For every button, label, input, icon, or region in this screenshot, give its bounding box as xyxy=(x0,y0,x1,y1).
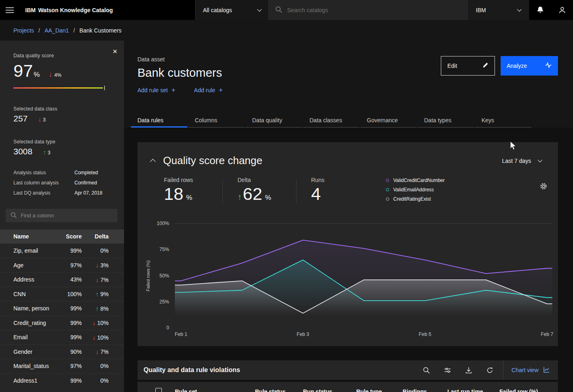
tab-data-types[interactable]: Data types xyxy=(418,114,474,128)
decrease-arrow-icon: ↓ xyxy=(92,334,96,341)
y-axis-label: Failed rows (%) xyxy=(146,260,150,291)
metric-failed-rows: Failed rows 18 % xyxy=(164,177,208,204)
column-row-marital-status[interactable]: Marital_status 97% 0% xyxy=(0,359,124,373)
data-class-delta: 3 xyxy=(43,117,46,123)
column-row-zip-email[interactable]: Zip, email 99% 0% xyxy=(0,243,124,258)
chart-title: Quality score change xyxy=(163,154,262,167)
breadcrumb-projects-link[interactable]: Projects xyxy=(13,27,34,34)
increase-arrow-icon: ↑ xyxy=(43,149,46,156)
breadcrumb-project-link[interactable]: AA_Dan1 xyxy=(44,27,69,34)
download-icon[interactable] xyxy=(458,360,479,380)
app-title-prefix: IBM xyxy=(25,7,36,13)
filter-icon[interactable] xyxy=(437,360,458,380)
tab-data-rules[interactable]: Data rules xyxy=(131,114,187,128)
violations-col-failed-row-[interactable]: Failed row (%) xyxy=(499,388,558,392)
legend-dot-icon xyxy=(386,179,389,182)
menu-icon[interactable] xyxy=(0,0,20,20)
add-rule-link[interactable]: Add rule + xyxy=(194,87,223,94)
search-icon[interactable] xyxy=(416,360,437,380)
decrease-arrow-icon: ↓ xyxy=(92,319,96,326)
y-tick: 25% xyxy=(159,299,169,305)
notifications-bell-icon[interactable] xyxy=(529,0,551,20)
collapse-chevron-icon[interactable] xyxy=(150,159,156,165)
violations-col-rule-type[interactable]: Rule type xyxy=(356,388,403,392)
analysis-details: Analysis status Completed Last column an… xyxy=(13,168,111,198)
activity-icon xyxy=(545,62,552,70)
violations-col-run-status[interactable]: Run status xyxy=(303,388,356,392)
col-header-delta[interactable]: Delta xyxy=(82,233,109,240)
chart-plot-area xyxy=(175,223,552,328)
violations-card: Quality and data rule violations xyxy=(137,360,558,392)
y-tick: 50% xyxy=(159,273,169,279)
tab-data-classes[interactable]: Data classes xyxy=(303,114,359,128)
gear-icon[interactable] xyxy=(540,182,547,191)
tab-columns[interactable]: Columns xyxy=(188,114,245,128)
legend-validcreditcardnumber[interactable]: ValidCreditCardNumber xyxy=(386,178,445,183)
header-search[interactable] xyxy=(269,0,467,20)
column-row-credit-rating[interactable]: Credit_rating 99% ↓10% xyxy=(0,316,124,330)
analyze-button[interactable]: Analyze xyxy=(501,56,558,76)
increase-arrow-icon: ↑ xyxy=(96,290,99,297)
column-row-gender[interactable]: Gender 90% ↓7% xyxy=(0,344,124,359)
reset-icon[interactable] xyxy=(479,360,501,380)
column-row-email[interactable]: Email 99% ↓10% xyxy=(0,330,124,344)
plus-icon: + xyxy=(172,87,175,94)
account-selector[interactable]: IBM xyxy=(467,0,529,20)
catalog-selector[interactable]: All catalogs xyxy=(195,0,269,20)
find-column-input[interactable] xyxy=(21,212,113,219)
legend-dot-icon xyxy=(386,197,389,201)
data-type-label: Selected data type xyxy=(13,139,111,145)
catalog-selector-value: All catalogs xyxy=(203,7,232,13)
column-row-name-person[interactable]: Name, person 99% ↑8% xyxy=(0,301,124,316)
add-rule-set-link[interactable]: Add rule set + xyxy=(137,87,175,94)
legend-validemailaddress[interactable]: ValidEmailAddress xyxy=(386,187,445,193)
tab-governance[interactable]: Governance xyxy=(360,114,417,128)
select-all-checkbox[interactable] xyxy=(155,388,162,392)
search-catalogs-input[interactable] xyxy=(287,7,461,13)
data-class-value: 257 ↓ 3 xyxy=(13,114,111,123)
chevron-down-icon xyxy=(517,7,521,11)
column-row-cnn[interactable]: CNN 100% ↑9% xyxy=(0,287,124,301)
decrease-arrow-icon: ↓ xyxy=(96,262,99,269)
app-header: IBM Watson Knowledge Catalog All catalog… xyxy=(0,0,573,20)
app-title-name: Watson Knowledge Catalog xyxy=(38,7,113,13)
columns-score-table: Name Score Delta Zip, email 99% 0% Age 9… xyxy=(0,230,124,388)
search-icon xyxy=(11,212,17,219)
y-tick: 100% xyxy=(157,221,169,226)
quality-score-value: 97 % ↓ 4% xyxy=(13,61,111,81)
tab-keys[interactable]: Keys xyxy=(475,114,532,128)
edit-button[interactable]: Edit xyxy=(441,56,495,76)
chart-view-toggle[interactable]: Chart view xyxy=(503,360,558,380)
account-selector-value: IBM xyxy=(476,7,486,13)
violations-col-rule-set[interactable]: Rule set xyxy=(175,388,255,392)
decrease-arrow-icon: ↓ xyxy=(38,116,41,123)
x-tick: Feb 7 xyxy=(541,331,553,337)
column-row-address[interactable]: Address 43% ↓7% xyxy=(0,272,124,287)
violations-col-last-run-time[interactable]: Last run time xyxy=(447,388,499,392)
legend-creditratingexist[interactable]: CreditRatingExist xyxy=(386,196,445,202)
chevron-down-icon xyxy=(257,7,261,11)
col-header-score[interactable]: Score xyxy=(57,233,82,240)
divider xyxy=(222,179,223,203)
violations-title: Quality and data rule violations xyxy=(137,366,240,374)
search-icon xyxy=(275,6,282,14)
breadcrumb: Projects / AA_Dan1 / Bank Customers xyxy=(0,20,573,41)
col-header-name[interactable]: Name xyxy=(13,233,57,240)
close-icon[interactable]: ✕ xyxy=(112,48,118,55)
gauge-marker xyxy=(104,86,105,90)
column-row-address1[interactable]: Address1 99% 0% xyxy=(0,373,124,388)
plus-icon: + xyxy=(219,87,222,94)
violations-col-bindings[interactable]: Bindings xyxy=(403,388,447,392)
decrease-arrow-icon: ↓ xyxy=(96,276,99,283)
column-row-age[interactable]: Age 97% ↓3% xyxy=(0,258,124,273)
metric-delta: Delta ↑ 62 % xyxy=(237,177,281,204)
user-avatar-icon[interactable] xyxy=(551,0,573,20)
tab-data-quality[interactable]: Data quality xyxy=(246,114,302,128)
detail-last-column-analysis: Last column analysis Confirmed xyxy=(13,178,111,188)
violations-col-rule-status[interactable]: Rule status xyxy=(255,388,303,392)
app-title: IBM Watson Knowledge Catalog xyxy=(20,0,195,20)
find-column-search[interactable] xyxy=(6,209,118,222)
violations-table-header: Rule setRule statusRun statusRule typeBi… xyxy=(137,382,558,392)
chart-view-icon xyxy=(543,366,550,374)
time-range-selector[interactable]: Last 7 days xyxy=(502,158,547,164)
